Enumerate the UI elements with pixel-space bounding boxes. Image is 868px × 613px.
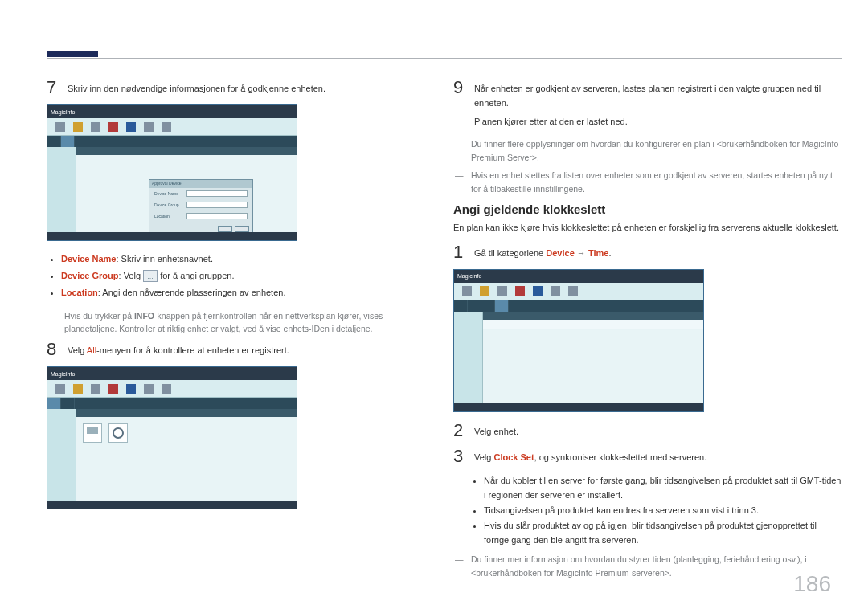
cancel-button [235, 226, 249, 232]
step-8: 8 Velg All-menyen for å kontrollere at e… [47, 341, 413, 358]
toolbar-icon [144, 122, 154, 132]
bullet: Device Name: Skriv inn enhetsnavnet. [61, 251, 413, 268]
input [186, 202, 248, 208]
sub-bullet: Tidsangivelsen på produktet kan endres f… [484, 503, 842, 518]
status-bar [47, 501, 297, 509]
main-pane [483, 312, 703, 403]
bullet: Device Group: Velg for å angi gruppen. [61, 268, 413, 284]
app-logo: MagicInfo [51, 371, 75, 377]
right-column: 9 Når enheten er godkjent av serveren, l… [453, 79, 842, 585]
tab [75, 136, 88, 147]
step-3: 3 Velg Clock Set, og synkroniser klokkes… [453, 447, 842, 465]
sub-bullet: Når du kobler til en server for første g… [484, 473, 842, 503]
step-text: Skriv inn den nødvendige informasjonen f… [68, 79, 326, 96]
grid-header [76, 409, 297, 417]
toolbar-icon [108, 384, 118, 394]
main-pane: Approval Device Device Name Device Group… [76, 147, 297, 232]
page-number: 186 [793, 571, 831, 597]
toolbar-icon [568, 286, 578, 296]
header-accent-bar [47, 51, 98, 57]
approval-dialog: Approval Device Device Name Device Group… [149, 179, 253, 235]
toolbar-icon [162, 122, 171, 132]
ok-button [218, 226, 232, 232]
sidebar [47, 409, 76, 501]
device-thumb [83, 423, 102, 443]
sub-bullet: Hvis du slår produktet av og på igjen, b… [484, 518, 842, 548]
tab [47, 398, 61, 409]
toolbar-icon [91, 122, 100, 132]
screenshot-device-time: MagicInfo [453, 269, 704, 412]
step-text: Gå til kategoriene Device → Time. [474, 243, 611, 261]
toolbar-icon [480, 286, 489, 296]
tab [495, 300, 509, 312]
sidebar [454, 312, 483, 403]
grid-header [76, 147, 297, 155]
input [186, 213, 248, 219]
tab [61, 398, 75, 409]
step-number: 3 [453, 447, 474, 465]
step-number: 1 [453, 243, 474, 261]
label: Device Group [154, 202, 183, 207]
toolbar-icon [144, 384, 154, 394]
step-text: Når enheten er godkjent av serveren, las… [474, 79, 842, 129]
main-pane [76, 409, 297, 501]
sidebar [47, 147, 76, 232]
step-9: 9 Når enheten er godkjent av serveren, l… [453, 79, 842, 129]
toolbar-icon [162, 384, 171, 394]
toolbar-icon [108, 122, 118, 132]
step-number: 9 [453, 79, 474, 129]
toolbar-icon [515, 286, 525, 296]
toolbar-icon [497, 286, 507, 296]
toolbar-icon [73, 384, 83, 394]
toolbar-icon [55, 384, 65, 394]
status-bar [454, 403, 703, 411]
main-content: 7 Skriv inn den nødvendige informasjonen… [47, 79, 842, 585]
section-title: Angi gjeldende klokkeslett [453, 202, 842, 216]
screenshot-all-devices: MagicInfo [47, 366, 297, 509]
toolbar-icon [551, 286, 560, 296]
label: Location [154, 214, 183, 219]
app-logo: MagicInfo [51, 109, 75, 115]
note-9b: Hvis en enhet slettes fra listen over en… [465, 169, 842, 196]
table-row [483, 320, 703, 329]
step-7: 7 Skriv inn den nødvendige informasjonen… [47, 79, 413, 96]
header-rule [47, 58, 842, 59]
dialog-title: Approval Device [149, 180, 252, 188]
toolbar-icon [533, 286, 542, 296]
app-logo: MagicInfo [457, 273, 481, 279]
step-text: Velg All-menyen for å kontrollere at enh… [68, 341, 289, 358]
toolbar-icon [55, 122, 65, 132]
final-note: Du finner mer informasjon om hvordan du … [465, 553, 842, 580]
step-number: 7 [47, 79, 68, 96]
toolbar-icon [73, 122, 83, 132]
toolbar-icon [126, 122, 136, 132]
step7-bullets: Device Name: Skriv inn enhetsnavnet. Dev… [61, 251, 413, 301]
section-desc: En plan kan ikke kjøre hvis klokkeslette… [453, 221, 842, 235]
toolbar-icon [91, 384, 100, 394]
bold: INFO [134, 311, 154, 321]
tab [481, 300, 495, 312]
screenshot-approve-device: MagicInfo [47, 104, 297, 241]
step-number: 2 [453, 422, 474, 439]
step-number: 8 [47, 341, 68, 358]
toolbar-icon [126, 384, 136, 394]
step7-note: Hvis du trykker på INFO-knappen på fjern… [58, 309, 413, 337]
status-bar [47, 232, 297, 240]
toolbar-icon [462, 286, 472, 296]
note-9a: Du finner flere opplysninger om hvordan … [465, 137, 842, 165]
browse-icon [143, 270, 158, 282]
left-column: 7 Skriv inn den nødvendige informasjonen… [47, 79, 413, 585]
tab [509, 300, 522, 312]
tab [468, 300, 481, 312]
input [186, 190, 248, 197]
label: Device Name [154, 191, 183, 196]
device-thumb [108, 423, 128, 443]
step-text: Velg Clock Set, og synkroniser klokkesle… [474, 447, 706, 465]
tab [454, 300, 468, 312]
bullet: Location: Angi den nåværende plasseringe… [61, 284, 413, 301]
grid-header [483, 312, 703, 320]
step-1: 1 Gå til kategoriene Device → Time. [453, 243, 842, 261]
step-text: Velg enhet. [474, 422, 518, 439]
tab [61, 136, 75, 147]
step-2: 2 Velg enhet. [453, 422, 842, 439]
